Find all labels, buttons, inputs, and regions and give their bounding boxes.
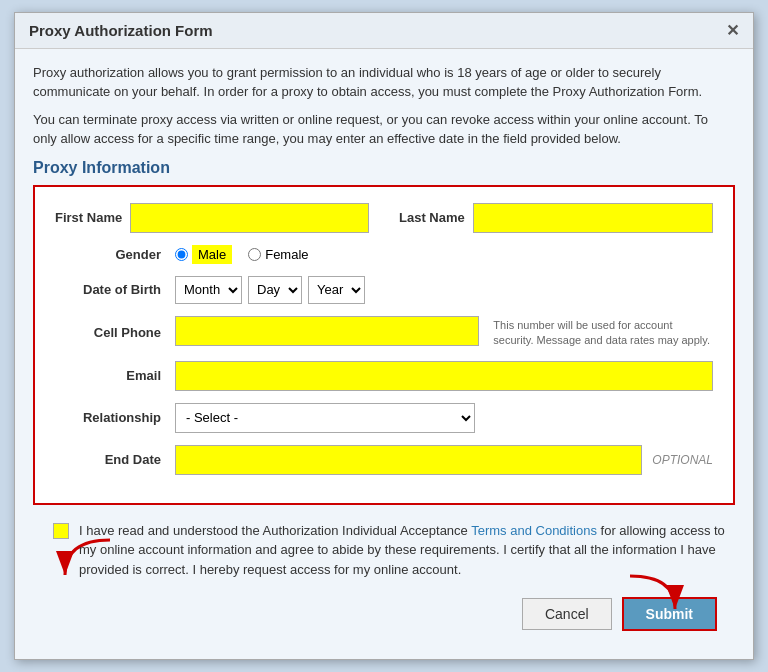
name-row: First Name Last Name [55,203,713,233]
modal-body: Proxy authorization allows you to grant … [15,49,753,659]
first-name-label: First Name [55,210,122,225]
end-date-row: End Date OPTIONAL [55,445,713,475]
close-button[interactable]: ✕ [726,21,739,40]
last-name-section: Last Name [399,203,713,233]
agreement-checkbox[interactable] [53,523,69,539]
gender-male-option[interactable]: Male [175,245,232,264]
end-date-input[interactable] [175,445,642,475]
optional-label: OPTIONAL [652,453,713,467]
cell-phone-row: Cell Phone This number will be used for … [55,316,713,349]
relationship-row: Relationship - Select - Parent Spouse Ch… [55,403,713,433]
email-input[interactable] [175,361,713,391]
relationship-select[interactable]: - Select - Parent Spouse Child Other [175,403,475,433]
end-date-label: End Date [55,452,175,467]
relationship-section: - Select - Parent Spouse Child Other [175,403,713,433]
proxy-form-box: First Name Last Name Gender Male [33,185,735,505]
cell-phone-input[interactable] [175,316,479,346]
dob-label: Date of Birth [55,282,175,297]
terms-link[interactable]: Terms and Conditions [471,523,597,538]
gender-male-radio[interactable] [175,248,188,261]
proxy-authorization-modal: Proxy Authorization Form ✕ Proxy authori… [14,12,754,660]
dob-row: Date of Birth Month Day Year [55,276,713,304]
relationship-label: Relationship [55,410,175,425]
gender-label: Gender [55,247,175,262]
gender-female-label: Female [265,247,308,262]
end-date-section: OPTIONAL [175,445,713,475]
gender-female-option[interactable]: Female [248,247,308,262]
modal-title: Proxy Authorization Form [29,22,213,39]
email-label: Email [55,368,175,383]
cell-phone-section: This number will be used for account sec… [175,316,713,349]
dob-selects: Month Day Year [175,276,713,304]
first-name-section: First Name [55,203,369,233]
gender-options: Male Female [175,245,713,264]
email-row: Email [55,361,713,391]
dob-year-select[interactable]: Year [308,276,365,304]
email-section [175,361,713,391]
gender-row: Gender Male Female [55,245,713,264]
description-para2: You can terminate proxy access via writt… [33,110,735,149]
description-para1: Proxy authorization allows you to grant … [33,63,735,102]
dob-month-select[interactable]: Month [175,276,242,304]
cell-phone-label: Cell Phone [55,325,175,340]
cell-phone-note: This number will be used for account sec… [493,316,713,349]
section-title: Proxy Information [33,159,735,177]
cancel-button[interactable]: Cancel [522,598,612,630]
first-name-input[interactable] [130,203,369,233]
right-arrow-indicator [625,571,685,619]
last-name-input[interactable] [473,203,713,233]
agreement-text-before: I have read and understood the Authoriza… [79,523,471,538]
gender-male-label: Male [192,245,232,264]
last-name-label: Last Name [399,210,465,225]
gender-female-radio[interactable] [248,248,261,261]
footer-wrapper: Cancel Submit [33,589,735,645]
modal-header: Proxy Authorization Form ✕ [15,13,753,49]
dob-day-select[interactable]: Day [248,276,302,304]
